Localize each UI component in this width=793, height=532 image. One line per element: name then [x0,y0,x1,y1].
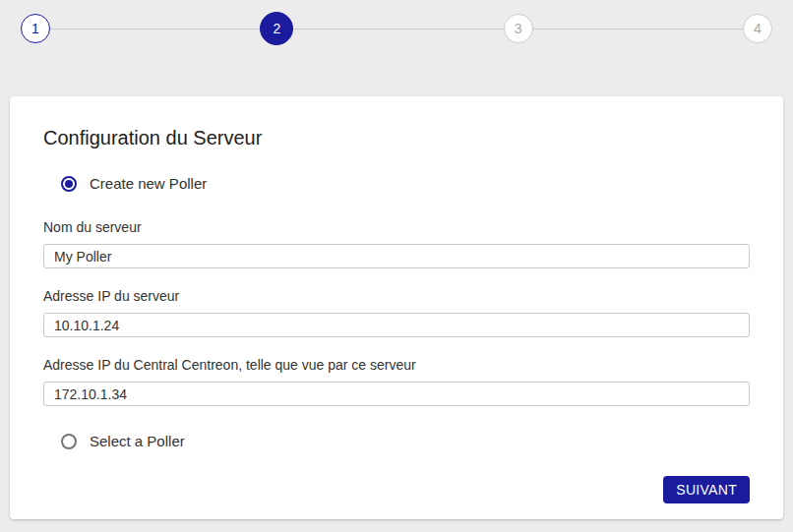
central-ip-input[interactable] [43,382,750,406]
stepper-connector [533,29,743,30]
step-3-number: 3 [515,21,522,36]
step-2[interactable]: 2 [260,12,293,45]
server-config-card: Configuration du Serveur Create new Poll… [10,96,783,519]
step-3: 3 [504,14,533,43]
stepper-connector [293,29,503,30]
central-ip-label: Adresse IP du Central Centreon, telle qu… [43,356,750,374]
server-ip-label: Adresse IP du serveur [43,287,750,305]
step-2-number: 2 [273,21,280,36]
radio-dot [65,180,73,188]
field-server-ip: Adresse IP du serveur [43,287,750,337]
step-1[interactable]: 1 [21,14,50,43]
page-title: Configuration du Serveur [43,124,750,151]
radio-selected-icon [61,176,77,192]
radio-unselected-icon [61,434,77,449]
radio-select-label: Select a Poller [90,433,185,449]
step-4: 4 [743,14,772,43]
stepper-connector [50,29,260,30]
server-ip-input[interactable] [43,313,750,337]
radio-create-label: Create new Poller [90,175,207,192]
server-name-label: Nom du serveur [43,218,750,236]
step-1-number: 1 [31,21,39,36]
step-4-number: 4 [754,21,762,36]
radio-select-a-poller[interactable]: Select a Poller [43,433,750,449]
field-central-ip: Adresse IP du Central Centreon, telle qu… [43,356,750,406]
server-name-input[interactable] [43,244,750,268]
radio-create-new-poller[interactable]: Create new Poller [43,175,750,192]
suivant-button[interactable]: SUIVANT [663,476,750,503]
field-server-name: Nom du serveur [43,218,750,268]
wizard-stepper: 1 2 3 4 [0,0,793,45]
card-actions: SUIVANT [43,476,750,503]
